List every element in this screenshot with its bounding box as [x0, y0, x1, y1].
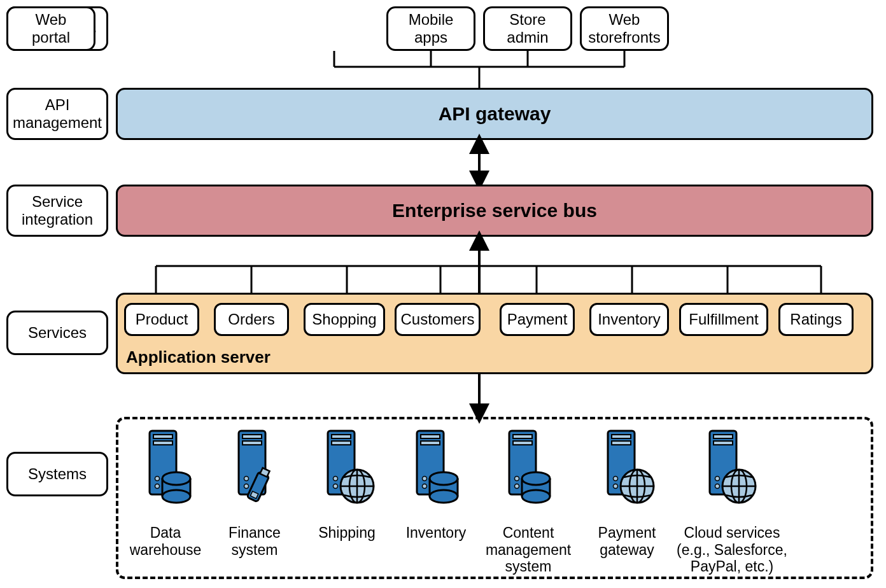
service-text: Payment [507, 311, 568, 328]
svg-rect-40 [332, 441, 351, 445]
svg-point-50 [423, 484, 427, 489]
svg-rect-22 [153, 441, 172, 445]
system-label-cloud: Cloud services (e.g., Salesforce, PayPal… [675, 508, 789, 575]
consumer-web-portal: Web portal [6, 6, 95, 51]
api-gateway-box: API gateway [116, 88, 873, 140]
system-label-shipping: Shipping [309, 508, 385, 542]
system-payment-gateway-icon [595, 428, 659, 504]
svg-point-33 [244, 484, 249, 489]
svg-point-66 [522, 490, 550, 503]
svg-rect-48 [421, 435, 440, 438]
service-text: Shopping [312, 311, 376, 328]
svg-rect-49 [421, 441, 440, 445]
svg-point-79 [715, 484, 720, 489]
label-text: API management [13, 96, 102, 131]
svg-rect-31 [243, 435, 262, 438]
service-text: Orders [228, 311, 274, 328]
row-label-systems: Systems [6, 452, 108, 496]
svg-point-24 [155, 477, 160, 481]
svg-rect-21 [153, 435, 172, 438]
consumer-store-admin: Store admin [483, 6, 572, 51]
service-text: Customers [400, 311, 474, 328]
system-shipping-icon [315, 428, 379, 504]
system-label-data-warehouse: Data warehouse [124, 508, 207, 558]
svg-point-56 [430, 490, 458, 503]
consumer-text: Web storefronts [588, 11, 660, 46]
service-inventory: Inventory [589, 303, 669, 336]
svg-point-60 [515, 484, 519, 489]
consumer-text: Web portal [32, 11, 70, 46]
svg-point-34 [244, 477, 249, 481]
service-orders: Orders [214, 303, 289, 336]
row-label-api-management: API management [6, 88, 108, 140]
service-text: Inventory [598, 311, 661, 328]
system-label-finance: Finance system [216, 508, 293, 558]
svg-rect-69 [612, 441, 631, 445]
consumer-text: Mobile apps [409, 11, 454, 46]
service-text: Ratings [790, 311, 841, 328]
service-text: Product [136, 311, 188, 328]
consumer-web-storefronts: Web storefronts [580, 6, 669, 51]
service-payment: Payment [500, 303, 575, 336]
service-customers: Customers [395, 303, 481, 336]
system-cloud-services-icon [697, 428, 761, 504]
service-ratings: Ratings [778, 303, 854, 336]
system-label-payment-gateway: Payment gateway [586, 508, 668, 558]
svg-rect-58 [513, 435, 532, 438]
svg-point-51 [423, 477, 427, 481]
svg-rect-78 [714, 441, 733, 445]
svg-point-71 [614, 477, 618, 481]
svg-point-23 [155, 484, 160, 489]
svg-rect-59 [513, 441, 532, 445]
svg-rect-77 [714, 435, 733, 438]
svg-point-61 [515, 477, 519, 481]
system-finance-icon [226, 428, 283, 504]
svg-point-29 [162, 490, 190, 503]
row-label-service-integration: Service integration [6, 185, 108, 237]
svg-point-42 [334, 477, 338, 481]
system-label-cms: Content management system [481, 508, 576, 575]
esb-text: Enterprise service bus [392, 200, 597, 221]
row-label-services: Services [6, 311, 108, 355]
system-inventory-icon [404, 428, 461, 504]
svg-point-80 [715, 477, 720, 481]
svg-rect-68 [612, 435, 631, 438]
service-shopping: Shopping [304, 303, 385, 336]
system-data-warehouse-icon [137, 428, 194, 504]
consumer-text: Store admin [507, 11, 548, 46]
svg-rect-39 [332, 435, 351, 438]
label-text: Service integration [22, 193, 93, 228]
consumer-mobile-apps: Mobile apps [386, 6, 475, 51]
architecture-diagram: Consumers API management Service integra… [6, 6, 880, 582]
api-gateway-text: API gateway [439, 103, 551, 125]
svg-rect-32 [243, 441, 262, 445]
svg-point-70 [614, 484, 618, 489]
service-text: Fulfillment [689, 311, 758, 328]
service-product: Product [124, 303, 199, 336]
svg-point-41 [334, 484, 338, 489]
system-cms-icon [496, 428, 554, 504]
label-text: Systems [28, 465, 87, 483]
label-text: Services [28, 324, 87, 342]
esb-box: Enterprise service bus [116, 185, 873, 237]
system-label-inventory: Inventory [398, 508, 474, 542]
service-fulfillment: Fulfillment [679, 303, 768, 336]
application-server-label: Application server [126, 347, 271, 367]
